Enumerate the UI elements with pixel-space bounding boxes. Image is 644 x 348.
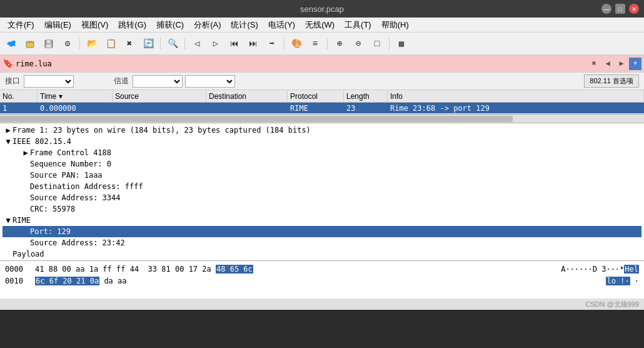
hex-ascii-highlight-1: lo !· <box>606 277 630 285</box>
col-header-no[interactable]: No. <box>0 90 38 102</box>
shark-button[interactable] <box>3 35 20 53</box>
col-header-length[interactable]: Length <box>344 90 388 102</box>
packet-row[interactable]: 1 0.000000 RIME 23 Rime 23:68 -> port 12… <box>0 103 644 114</box>
filter-clear-button[interactable]: ✖ <box>588 58 600 70</box>
reload-button[interactable]: 🔄 <box>139 35 157 53</box>
col-header-protocol[interactable]: Protocol <box>288 90 344 102</box>
expand-rime-icon[interactable]: ▼ <box>4 215 13 226</box>
detail-row-framecontrol[interactable]: ▶ Frame Control 4188 <box>3 147 641 158</box>
maximize-button[interactable]: □ <box>615 4 625 14</box>
follow-button[interactable]: ➡ <box>263 35 281 53</box>
filter-add-button[interactable]: + <box>629 58 641 70</box>
zoom-in-button[interactable]: ⊕ <box>331 35 348 53</box>
menu-phone[interactable]: 电话(Y) <box>263 18 300 32</box>
channel-sub-select[interactable] <box>185 75 235 88</box>
iface-bar: 接口 信道 802.11 首选项 <box>0 73 644 90</box>
col-header-time[interactable]: Time ▾ <box>38 90 113 102</box>
minimize-button[interactable]: — <box>601 4 611 14</box>
iface-label: 接口 <box>5 76 20 86</box>
expand-ieee-icon[interactable]: ▼ <box>4 136 13 147</box>
autoscroll-button[interactable]: ≡ <box>306 35 324 53</box>
detail-row-seqno[interactable]: Sequence Number: 0 <box>3 158 641 170</box>
filter-actions: ✖ ◀ ▶ + <box>588 58 641 70</box>
detail-frame-text: Frame 1: 23 bytes on wire (184 bits), 23… <box>13 125 311 136</box>
properties-button[interactable]: 📋 <box>102 35 119 53</box>
expand-fc-icon[interactable] <box>4 147 13 158</box>
detail-row-crc[interactable]: CRC: 55978 <box>3 203 641 215</box>
spacer-srcpan <box>4 170 13 181</box>
hscroll-thumb[interactable] <box>0 116 513 122</box>
prev-button[interactable]: ◁ <box>188 35 206 53</box>
packet-info: Rime 23:68 -> port 129 <box>388 103 644 113</box>
menu-tools[interactable]: 工具(T) <box>340 18 376 32</box>
toolbar-separator-5 <box>327 38 328 50</box>
zoom-normal-button[interactable]: □ <box>368 35 386 53</box>
filter-input[interactable] <box>16 57 585 71</box>
window-controls: — □ ✕ <box>601 4 639 14</box>
colorize-button[interactable]: 🎨 <box>288 35 305 53</box>
detail-panel: ▶ Frame 1: 23 bytes on wire (184 bits), … <box>0 123 644 261</box>
save-button[interactable] <box>40 35 58 53</box>
menu-wireless[interactable]: 无线(W) <box>300 18 340 32</box>
menu-edit[interactable]: 编辑(E) <box>39 18 76 32</box>
filter-left-button[interactable]: ◀ <box>601 58 614 70</box>
menu-stats[interactable]: 统计(S) <box>226 18 263 32</box>
layout-button[interactable]: ▦ <box>393 35 410 53</box>
col-header-info[interactable]: Info <box>388 90 644 102</box>
expand-fc-arrow[interactable]: ▶ <box>21 147 30 158</box>
wifi-preferences-button[interactable]: 802.11 首选项 <box>584 74 639 88</box>
menu-view[interactable]: 视图(V) <box>76 18 113 32</box>
detail-row-rimeaddr[interactable]: Source Address: 23:42 <box>3 237 641 248</box>
channel-label: 信道 <box>114 76 129 86</box>
col-header-dest[interactable]: Destination <box>206 90 288 102</box>
jump-first-button[interactable]: ⏭ <box>244 35 262 53</box>
hex-offset-0: 0000 <box>5 264 30 275</box>
menu-analyze[interactable]: 分析(A) <box>189 18 226 32</box>
close-capture-button[interactable]: ✖ <box>121 35 138 53</box>
packet-hscrollbar[interactable] <box>0 115 644 123</box>
menu-jump[interactable]: 跳转(G) <box>113 18 151 32</box>
menu-help[interactable]: 帮助(H) <box>376 18 414 32</box>
iface-select[interactable] <box>24 75 74 88</box>
titlebar: sensor.pcap — □ ✕ <box>0 0 644 18</box>
detail-dstaddr-text: Destination Address: ffff <box>30 181 143 192</box>
channel-select[interactable] <box>133 75 183 88</box>
zoom-out-button[interactable]: ⊖ <box>350 35 367 53</box>
open-button[interactable] <box>21 35 39 53</box>
packet-time: 0.000000 <box>38 103 113 113</box>
detail-row-ieee[interactable]: ▼ IEEE 802.15.4 <box>3 136 641 147</box>
menu-file[interactable]: 文件(F) <box>3 18 39 32</box>
detail-srcpan-text: Source PAN: 1aaa <box>30 170 103 181</box>
detail-row-payload[interactable]: Payload <box>3 248 641 260</box>
detail-fc-text: Frame Control 4188 <box>30 147 111 158</box>
toolbar-separator-2 <box>160 38 161 50</box>
detail-row-frame[interactable]: ▶ Frame 1: 23 bytes on wire (184 bits), … <box>3 125 641 136</box>
packet-length: 23 <box>344 103 388 113</box>
detail-row-rime[interactable]: ▼ RIME <box>3 215 641 226</box>
expand-frame-icon[interactable]: ▶ <box>4 125 13 136</box>
col-header-source[interactable]: Source <box>113 90 206 102</box>
close-button[interactable]: ✕ <box>629 4 639 14</box>
detail-row-srcaddr[interactable]: Source Address: 3344 <box>3 192 641 203</box>
packet-list: No. Time ▾ Source Destination Protocol L… <box>0 90 644 115</box>
spacer-srcaddr <box>4 192 13 203</box>
packet-dest <box>206 103 288 113</box>
next-button[interactable]: ▷ <box>207 35 224 53</box>
svg-rect-3 <box>46 44 51 48</box>
hex-offset-1: 0010 <box>5 275 30 287</box>
packet-header: No. Time ▾ Source Destination Protocol L… <box>0 90 644 103</box>
filter-right-button[interactable]: ▶ <box>615 58 628 70</box>
hex-panel: 0000 41 88 00 aa 1a ff ff 44 33 81 00 17… <box>0 261 644 299</box>
filterbar: 🔖 ✖ ◀ ▶ + <box>0 55 644 73</box>
detail-row-port[interactable]: Port: 129 <box>3 226 641 237</box>
title: sensor.pcap <box>300 4 344 14</box>
filter-icon: 🔖 <box>3 58 13 69</box>
settings-button[interactable]: ⚙ <box>59 35 76 53</box>
menu-capture[interactable]: 捕获(C) <box>151 18 189 32</box>
detail-crc-text: CRC: 55978 <box>30 203 75 215</box>
detail-row-srcpan[interactable]: Source PAN: 1aaa <box>3 170 641 181</box>
detail-row-dstaddr[interactable]: Destination Address: ffff <box>3 181 641 192</box>
search-button[interactable]: 🔍 <box>164 35 181 53</box>
jump-back-button[interactable]: ⏮ <box>226 35 243 53</box>
open-file-button[interactable]: 📂 <box>83 35 101 53</box>
